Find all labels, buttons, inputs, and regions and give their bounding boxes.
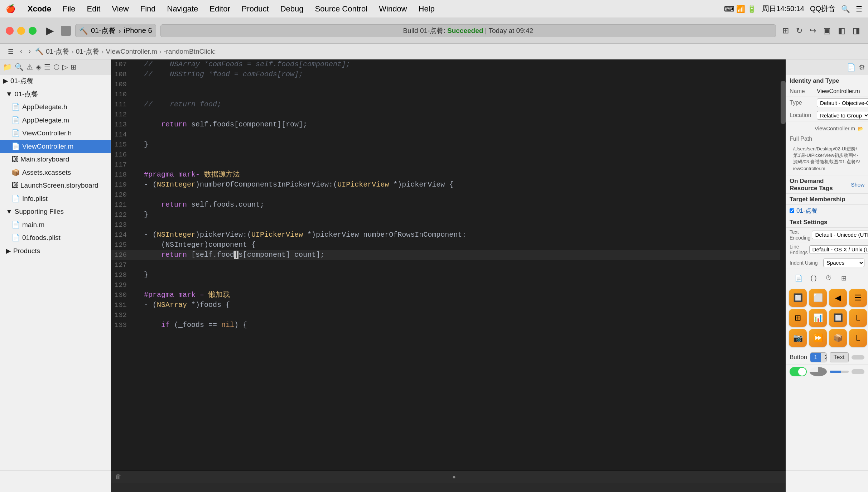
breadcrumb-project[interactable]: 01-点餐 [46,47,69,56]
menu-product[interactable]: Product [240,4,271,14]
sidebar-list-icon[interactable]: ☰ [44,63,50,71]
menubar-input-method[interactable]: QQ拼音 [810,4,835,14]
output-clear-btn[interactable]: 🗑 [114,472,123,481]
spinner-control[interactable] [810,367,827,376]
sidebar-item-appdelegate-m[interactable]: 📄 AppDelegate.m [0,114,111,127]
sidebar-item-infoplist[interactable]: 📄 Info.plist [0,192,111,206]
editor-scrollbar[interactable] [780,59,786,471]
obj-icon-3[interactable]: ◀ [829,289,847,307]
target-checkbox[interactable] [790,208,794,213]
panel-toggle-right[interactable]: ◨ [850,25,862,36]
rp-file-icon[interactable]: 📄 [847,63,856,72]
sidebar-folder-icon[interactable]: 📁 [3,63,12,71]
rp-icon-grid[interactable]: ⊞ [837,272,850,284]
view-toggle-3[interactable]: ↪ [807,25,818,36]
minimize-button[interactable] [17,27,25,35]
menu-xcode[interactable]: Xcode [25,4,53,14]
sidebar-grid-icon[interactable]: ⊞ [71,63,77,71]
show-button[interactable]: Show [851,182,864,188]
menu-editor[interactable]: Editor [207,4,232,14]
slider-grey[interactable] [852,355,864,360]
sidebar-search-icon[interactable]: 🔍 [15,63,24,71]
rp-icon-clock[interactable]: ⏱ [822,272,835,284]
obj-icon-11[interactable]: 📦 [829,329,847,347]
lineending-dropdown[interactable]: Default - OS X / Unix (LF) [809,245,868,254]
sidebar-item-viewcontroller-m[interactable]: 📄 ViewController.m [0,140,111,153]
stop-button[interactable] [61,26,71,36]
obj-icon-8[interactable]: L [849,309,867,327]
rp-settings-icon[interactable]: ⚙ [859,63,865,72]
sidebar-play-icon[interactable]: ▷ [62,63,68,71]
obj-icon-7[interactable]: 🔲 [829,309,847,327]
location-reveal-icon[interactable]: 📂 [858,126,863,131]
view-toggle-1[interactable]: ⊞ [780,25,791,36]
sidebar-item-assets[interactable]: 📦 Assets.xcassets [0,166,111,179]
breadcrumb-group[interactable]: 01-点餐 [76,47,99,56]
breadcrumb-file[interactable]: ViewController.m [106,48,157,56]
obj-icon-2[interactable]: ⬜ [809,289,827,307]
menu-find[interactable]: Find [138,4,158,14]
obj-icon-1[interactable]: 🔲 [789,289,807,307]
sidebar-diamond-icon[interactable]: ◈ [36,63,41,71]
sidebar-item-viewcontroller-h[interactable]: 📄 ViewController.h [0,127,111,140]
sidebar-item-main-storyboard[interactable]: 🖼 Main.storyboard [0,153,111,166]
run-button[interactable]: ▶ [44,24,57,37]
obj-icon-10[interactable]: ⏩ [809,329,827,347]
encoding-dropdown[interactable]: Default - Unicode (UTF-8) [812,231,868,239]
rp-icon-bracket[interactable]: ( ) [807,272,820,284]
obj-icon-9[interactable]: 📷 [789,329,807,347]
menu-help[interactable]: Help [416,4,437,14]
sidebar-item-launch-storyboard[interactable]: 🖼 LaunchScreen.storyboard [0,179,111,192]
breadcrumb-method[interactable]: -randomBtnClick: [164,48,216,56]
seg-btn-2[interactable]: 2 [821,353,827,362]
menu-file[interactable]: File [61,4,77,14]
obj-icon-5[interactable]: ⊞ [789,309,807,327]
toggle-switch[interactable] [790,367,807,376]
close-button[interactable] [6,27,14,35]
sidebar-item-supporting[interactable]: ▼ Supporting Files [0,205,111,218]
menu-source-control[interactable]: Source Control [313,4,370,14]
editor-toggle[interactable]: ▣ [821,25,833,36]
storyboard-icon: 🖼 [11,180,18,191]
sidebar-item-root[interactable]: ▶ 01-点餐 [0,74,111,88]
text-label[interactable]: Text [830,352,849,362]
menubar-search[interactable]: 🔍 [841,5,850,13]
code-editor[interactable]: 107 // NSArray *comFoods = self.foods[co… [111,59,780,471]
sidebar-item-01foods[interactable]: 📄 01foods.plist [0,231,111,245]
resource-tags-title: On Demand Resource Tags [790,178,851,192]
rp-icon-file[interactable]: 📄 [792,272,805,284]
menu-debug[interactable]: Debug [278,4,306,14]
breadcrumb-sidebar-toggle[interactable]: ☰ [6,47,16,56]
code-line-127: 127 [111,260,780,270]
seg-btn-1[interactable]: 1 [810,353,821,362]
sidebar-item-main-group[interactable]: ▼ 01-点餐 [0,88,111,101]
sidebar-item-products[interactable]: ▶ Products [0,245,111,258]
menu-window[interactable]: Window [377,4,409,14]
sidebar-item-mainm[interactable]: 📄 main.m [0,218,111,232]
menubar-list[interactable]: ☰ [856,5,862,13]
menu-navigate[interactable]: Navigate [165,4,201,14]
type-dropdown[interactable]: Default - Objective-C So... [817,98,868,107]
view-toggle-2[interactable]: ↻ [794,25,805,36]
breadcrumb-forward[interactable]: › [26,47,33,56]
obj-icon-6[interactable]: 📊 [809,309,827,327]
lineending-label: Line Endings [790,244,808,255]
maximize-button[interactable] [29,27,37,35]
name-value[interactable]: ViewController.m [817,88,864,95]
output-main[interactable]: 🗑 ● [111,471,786,492]
menu-view[interactable]: View [110,4,131,14]
sidebar-item-appdelegate-h[interactable]: 📄 AppDelegate.h [0,101,111,114]
breadcrumb-back[interactable]: ‹ [18,47,24,56]
location-dropdown[interactable]: Relative to Group [817,111,868,120]
panel-toggle-left[interactable]: ◧ [836,25,848,36]
sidebar-hex-icon[interactable]: ⬡ [53,63,59,71]
apple-menu[interactable]: 🍎 [6,4,15,14]
obj-icon-12[interactable]: L [849,329,867,347]
slider-mini[interactable] [852,369,864,374]
slider-control[interactable] [830,371,849,373]
scheme-selector[interactable]: 🔨 01-点餐 › iPhone 6 [75,24,156,37]
menu-edit[interactable]: Edit [85,4,102,14]
obj-icon-4[interactable]: ☰ [849,289,867,307]
sidebar-warning-icon[interactable]: ⚠ [26,63,33,71]
indent-dropdown[interactable]: Spaces [823,259,864,267]
